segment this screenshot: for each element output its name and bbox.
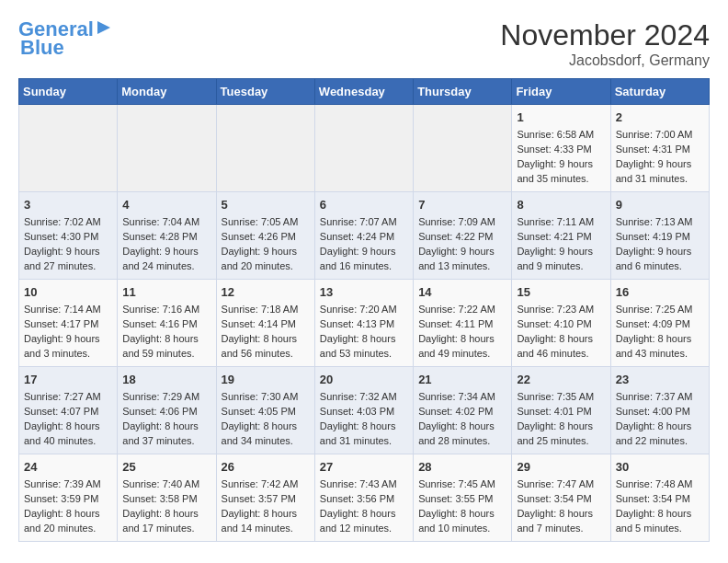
day-info: Sunrise: 7:39 AM Sunset: 3:59 PM Dayligh… — [24, 477, 112, 536]
calendar-week-row: 17Sunrise: 7:27 AM Sunset: 4:07 PM Dayli… — [19, 366, 710, 454]
calendar-week-row: 3Sunrise: 7:02 AM Sunset: 4:30 PM Daylig… — [19, 191, 710, 279]
day-number: 23 — [616, 372, 704, 388]
day-info: Sunrise: 7:35 AM Sunset: 4:01 PM Dayligh… — [517, 390, 605, 449]
day-info: Sunrise: 7:07 AM Sunset: 4:24 PM Dayligh… — [320, 215, 408, 274]
day-info: Sunrise: 7:40 AM Sunset: 3:58 PM Dayligh… — [122, 477, 210, 536]
day-number: 12 — [222, 284, 310, 301]
calendar-cell — [19, 105, 118, 192]
calendar-table: SundayMondayTuesdayWednesdayThursdayFrid… — [18, 78, 710, 542]
page-header: General Blue November 2024 Jacobsdorf, G… — [18, 18, 710, 69]
calendar-week-row: 24Sunrise: 7:39 AM Sunset: 3:59 PM Dayli… — [19, 454, 710, 541]
calendar-cell: 13Sunrise: 7:20 AM Sunset: 4:13 PM Dayli… — [314, 279, 413, 366]
day-number: 18 — [122, 372, 210, 388]
calendar-week-row: 1Sunrise: 6:58 AM Sunset: 4:33 PM Daylig… — [19, 105, 710, 192]
calendar-cell: 1Sunrise: 6:58 AM Sunset: 4:33 PM Daylig… — [512, 105, 610, 192]
calendar-cell: 26Sunrise: 7:42 AM Sunset: 3:57 PM Dayli… — [216, 454, 314, 541]
calendar-cell: 27Sunrise: 7:43 AM Sunset: 3:56 PM Dayli… — [314, 454, 413, 541]
calendar-cell: 17Sunrise: 7:27 AM Sunset: 4:07 PM Dayli… — [19, 366, 118, 454]
calendar-cell: 28Sunrise: 7:45 AM Sunset: 3:55 PM Dayli… — [414, 454, 512, 541]
calendar-cell: 5Sunrise: 7:05 AM Sunset: 4:26 PM Daylig… — [216, 191, 314, 279]
day-info: Sunrise: 7:18 AM Sunset: 4:14 PM Dayligh… — [222, 303, 310, 362]
day-number: 17 — [24, 372, 112, 388]
svg-marker-0 — [97, 21, 110, 34]
calendar-cell — [414, 105, 512, 192]
day-info: Sunrise: 7:02 AM Sunset: 4:30 PM Dayligh… — [24, 215, 112, 274]
day-info: Sunrise: 7:47 AM Sunset: 3:54 PM Dayligh… — [517, 477, 605, 536]
calendar-cell: 10Sunrise: 7:14 AM Sunset: 4:17 PM Dayli… — [19, 279, 118, 366]
day-number: 9 — [616, 197, 704, 213]
day-number: 19 — [222, 372, 310, 388]
day-info: Sunrise: 7:43 AM Sunset: 3:56 PM Dayligh… — [320, 477, 408, 536]
day-number: 28 — [418, 459, 506, 476]
header-saturday: Saturday — [610, 79, 709, 105]
calendar-cell: 25Sunrise: 7:40 AM Sunset: 3:58 PM Dayli… — [118, 454, 216, 541]
day-number: 21 — [418, 372, 506, 388]
day-number: 30 — [616, 459, 704, 476]
day-number: 22 — [517, 372, 605, 388]
day-number: 2 — [616, 109, 704, 126]
calendar-cell: 7Sunrise: 7:09 AM Sunset: 4:22 PM Daylig… — [414, 191, 512, 279]
day-info: Sunrise: 7:27 AM Sunset: 4:07 PM Dayligh… — [24, 390, 112, 449]
calendar-cell: 20Sunrise: 7:32 AM Sunset: 4:03 PM Dayli… — [314, 366, 413, 454]
day-info: Sunrise: 7:14 AM Sunset: 4:17 PM Dayligh… — [24, 303, 112, 362]
calendar-week-row: 10Sunrise: 7:14 AM Sunset: 4:17 PM Dayli… — [19, 279, 710, 366]
day-number: 6 — [320, 197, 408, 213]
day-info: Sunrise: 6:58 AM Sunset: 4:33 PM Dayligh… — [517, 128, 605, 187]
calendar-cell — [118, 105, 216, 192]
calendar-cell: 29Sunrise: 7:47 AM Sunset: 3:54 PM Dayli… — [512, 454, 610, 541]
day-number: 26 — [222, 459, 310, 476]
day-info: Sunrise: 7:30 AM Sunset: 4:05 PM Dayligh… — [222, 390, 310, 449]
day-info: Sunrise: 7:16 AM Sunset: 4:16 PM Dayligh… — [122, 303, 210, 362]
day-info: Sunrise: 7:32 AM Sunset: 4:03 PM Dayligh… — [320, 390, 408, 449]
day-info: Sunrise: 7:04 AM Sunset: 4:28 PM Dayligh… — [122, 215, 210, 274]
day-number: 1 — [517, 109, 605, 126]
calendar-cell: 22Sunrise: 7:35 AM Sunset: 4:01 PM Dayli… — [512, 366, 610, 454]
day-number: 27 — [320, 459, 408, 476]
day-info: Sunrise: 7:25 AM Sunset: 4:09 PM Dayligh… — [616, 303, 704, 362]
day-info: Sunrise: 7:37 AM Sunset: 4:00 PM Dayligh… — [616, 390, 704, 449]
day-number: 4 — [122, 197, 210, 213]
header-monday: Monday — [118, 79, 216, 105]
title-block: November 2024 Jacobsdorf, Germany — [500, 18, 710, 69]
header-wednesday: Wednesday — [314, 79, 413, 105]
logo-text-blue: Blue — [20, 37, 64, 59]
header-friday: Friday — [512, 79, 610, 105]
location: Jacobsdorf, Germany — [500, 52, 710, 69]
day-number: 7 — [418, 197, 506, 213]
calendar-cell: 12Sunrise: 7:18 AM Sunset: 4:14 PM Dayli… — [216, 279, 314, 366]
day-info: Sunrise: 7:34 AM Sunset: 4:02 PM Dayligh… — [418, 390, 506, 449]
day-info: Sunrise: 7:11 AM Sunset: 4:21 PM Dayligh… — [517, 215, 605, 274]
day-number: 11 — [122, 284, 210, 301]
day-number: 8 — [517, 197, 605, 213]
day-info: Sunrise: 7:29 AM Sunset: 4:06 PM Dayligh… — [122, 390, 210, 449]
day-number: 25 — [122, 459, 210, 476]
calendar-cell: 15Sunrise: 7:23 AM Sunset: 4:10 PM Dayli… — [512, 279, 610, 366]
month-title: November 2024 — [500, 18, 710, 52]
day-number: 24 — [24, 459, 112, 476]
header-tuesday: Tuesday — [216, 79, 314, 105]
day-number: 14 — [418, 284, 506, 301]
calendar-cell: 6Sunrise: 7:07 AM Sunset: 4:24 PM Daylig… — [314, 191, 413, 279]
logo: General Blue — [18, 18, 112, 59]
day-info: Sunrise: 7:00 AM Sunset: 4:31 PM Dayligh… — [616, 128, 704, 187]
day-info: Sunrise: 7:23 AM Sunset: 4:10 PM Dayligh… — [517, 303, 605, 362]
day-number: 3 — [24, 197, 112, 213]
day-number: 13 — [320, 284, 408, 301]
calendar-cell: 24Sunrise: 7:39 AM Sunset: 3:59 PM Dayli… — [19, 454, 118, 541]
calendar-cell: 21Sunrise: 7:34 AM Sunset: 4:02 PM Dayli… — [414, 366, 512, 454]
day-info: Sunrise: 7:45 AM Sunset: 3:55 PM Dayligh… — [418, 477, 506, 536]
calendar-cell: 3Sunrise: 7:02 AM Sunset: 4:30 PM Daylig… — [19, 191, 118, 279]
calendar-cell: 23Sunrise: 7:37 AM Sunset: 4:00 PM Dayli… — [610, 366, 709, 454]
calendar-cell: 14Sunrise: 7:22 AM Sunset: 4:11 PM Dayli… — [414, 279, 512, 366]
calendar-cell: 8Sunrise: 7:11 AM Sunset: 4:21 PM Daylig… — [512, 191, 610, 279]
calendar-cell — [314, 105, 413, 192]
calendar-cell: 2Sunrise: 7:00 AM Sunset: 4:31 PM Daylig… — [610, 105, 709, 192]
day-info: Sunrise: 7:48 AM Sunset: 3:54 PM Dayligh… — [616, 477, 704, 536]
calendar-cell: 19Sunrise: 7:30 AM Sunset: 4:05 PM Dayli… — [216, 366, 314, 454]
calendar-cell: 4Sunrise: 7:04 AM Sunset: 4:28 PM Daylig… — [118, 191, 216, 279]
day-info: Sunrise: 7:09 AM Sunset: 4:22 PM Dayligh… — [418, 215, 506, 274]
day-info: Sunrise: 7:20 AM Sunset: 4:13 PM Dayligh… — [320, 303, 408, 362]
calendar-header-row: SundayMondayTuesdayWednesdayThursdayFrid… — [19, 79, 710, 105]
day-number: 15 — [517, 284, 605, 301]
day-info: Sunrise: 7:42 AM Sunset: 3:57 PM Dayligh… — [222, 477, 310, 536]
